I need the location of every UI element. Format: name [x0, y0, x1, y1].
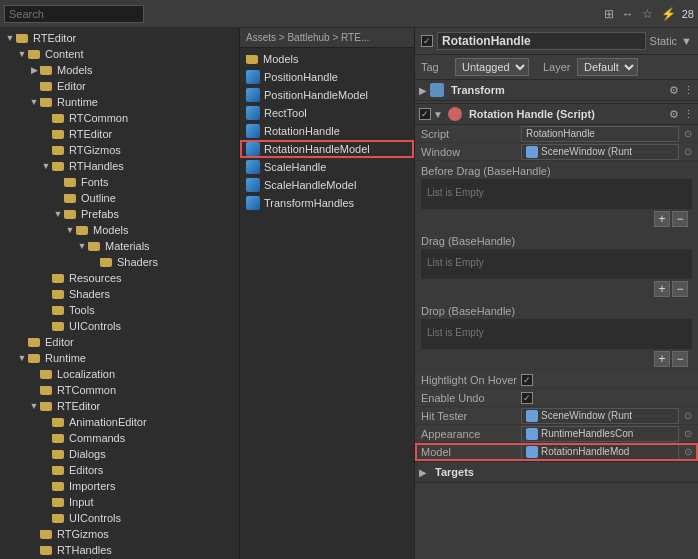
- tree-label: Editor: [45, 336, 74, 348]
- tree-item-tools[interactable]: Tools: [0, 302, 239, 318]
- expand-arrow[interactable]: [16, 48, 28, 60]
- tree-item-uicontrols2[interactable]: UIControls: [0, 510, 239, 526]
- file-item-scale-handle-model[interactable]: ScaleHandleModel: [240, 176, 414, 194]
- expand-arrow[interactable]: [40, 160, 52, 172]
- expand-arrow[interactable]: [28, 96, 40, 108]
- tree-item-localization[interactable]: Localization: [0, 366, 239, 382]
- highlight-hover-checkbox[interactable]: [521, 374, 533, 386]
- tree-item-content[interactable]: Content: [0, 46, 239, 62]
- model-ref[interactable]: RotationHandleMod: [521, 444, 679, 460]
- expand-arrow[interactable]: [52, 208, 64, 220]
- hit-tester-ref-btn[interactable]: ⊙: [684, 410, 692, 421]
- tree-item-editor[interactable]: Editor: [0, 78, 239, 94]
- enable-undo-checkbox[interactable]: [521, 392, 533, 404]
- expand-arrow[interactable]: [28, 64, 40, 76]
- tree-item-shaders2[interactable]: Shaders: [0, 286, 239, 302]
- file-item-transform-handles[interactable]: TransformHandles: [240, 194, 414, 212]
- tree-item-rtcommon2[interactable]: RTCommon: [0, 382, 239, 398]
- targets-expand-arrow[interactable]: ▶: [419, 467, 427, 478]
- tree-item-models[interactable]: Models: [0, 62, 239, 78]
- hit-tester-ref[interactable]: SceneWindow (Runt: [521, 408, 679, 424]
- folder-icon: [64, 191, 78, 205]
- expand-arrow[interactable]: [64, 224, 76, 236]
- tree-item-shaders1[interactable]: Shaders: [0, 254, 239, 270]
- component-options-icon[interactable]: ⚙: [669, 108, 679, 121]
- expand-arrow[interactable]: [4, 32, 16, 44]
- gameobject-name[interactable]: RotationHandle: [437, 32, 646, 50]
- tree-item-importers[interactable]: Importers: [0, 478, 239, 494]
- tree-item-rteditor2[interactable]: RTEditor: [0, 126, 239, 142]
- tree-item-runtime[interactable]: Runtime: [0, 94, 239, 110]
- tree-item-editors[interactable]: Editors: [0, 462, 239, 478]
- tree-item-rthandles[interactable]: RTHandles: [0, 158, 239, 174]
- tree-item-rthandles2[interactable]: RTHandles: [0, 542, 239, 558]
- gameobject-active-checkbox[interactable]: [421, 35, 433, 47]
- hierarchy-icon[interactable]: ⊞: [602, 5, 616, 23]
- tree-item-rtgizmos2[interactable]: RTGizmos: [0, 526, 239, 542]
- transform-menu-icon[interactable]: ⋮: [683, 84, 694, 97]
- tree-item-commands[interactable]: Commands: [0, 430, 239, 446]
- tree-item-runtime2[interactable]: Runtime: [0, 350, 239, 366]
- tree-view[interactable]: RTEditor Content Models Editor Runtime: [0, 28, 239, 559]
- move-icon[interactable]: ↔: [620, 5, 636, 23]
- file-item-rotation-handle[interactable]: RotationHandle: [240, 122, 414, 140]
- tree-item-rteditor3[interactable]: RTEditor: [0, 398, 239, 414]
- expand-arrow[interactable]: [28, 400, 40, 412]
- tree-item-pmodels[interactable]: Models: [0, 222, 239, 238]
- file-item-position-handle[interactable]: PositionHandle: [240, 68, 414, 86]
- tree-label: Dialogs: [69, 448, 106, 460]
- tag-dropdown[interactable]: Untagged: [455, 58, 529, 76]
- script-ref-btn[interactable]: ⊙: [684, 128, 692, 139]
- appearance-label: Appearance: [421, 428, 521, 440]
- inspector-scroll[interactable]: ▶ Transform ⚙ ⋮ ▼ Rotation Handle (Scrip…: [415, 79, 698, 559]
- expand-arrow[interactable]: [76, 240, 88, 252]
- tree-item-input[interactable]: Input: [0, 494, 239, 510]
- tree-item-resources[interactable]: Resources: [0, 270, 239, 286]
- file-item-scale-handle[interactable]: ScaleHandle: [240, 158, 414, 176]
- tree-item-outline[interactable]: Outline: [0, 190, 239, 206]
- model-ref-btn[interactable]: ⊙: [684, 446, 692, 457]
- script-prop-row: Script RotationHandle ⊙: [415, 125, 698, 143]
- file-label: PositionHandleModel: [264, 89, 368, 101]
- file-list[interactable]: Models PositionHandle PositionHandleMode…: [240, 48, 414, 559]
- tree-item-uicontrols1[interactable]: UIControls: [0, 318, 239, 334]
- transform-options-icon[interactable]: ⚙: [669, 84, 679, 97]
- transform-expand-arrow[interactable]: ▶: [419, 85, 427, 96]
- search-input[interactable]: [4, 5, 144, 23]
- tree-item-prefabs[interactable]: Prefabs: [0, 206, 239, 222]
- file-item-rect-tool[interactable]: RectTool: [240, 104, 414, 122]
- tree-item-rtgizmos[interactable]: RTGizmos: [0, 142, 239, 158]
- folder-icon: [52, 143, 66, 157]
- appearance-ref-btn[interactable]: ⊙: [684, 428, 692, 439]
- layer-dropdown[interactable]: Default: [577, 58, 638, 76]
- drop-add-btn[interactable]: +: [654, 351, 670, 367]
- tree-label: Content: [45, 48, 84, 60]
- drop-remove-btn[interactable]: −: [672, 351, 688, 367]
- appearance-ref[interactable]: RuntimeHandlesCon: [521, 426, 679, 442]
- file-label: RotationHandleModel: [264, 143, 370, 155]
- tree-item-editor2[interactable]: Editor: [0, 334, 239, 350]
- file-item-rotation-handle-model[interactable]: RotationHandleModel: [240, 140, 414, 158]
- tree-item-rteditor[interactable]: RTEditor: [0, 30, 239, 46]
- drag-remove-btn[interactable]: −: [672, 281, 688, 297]
- static-dropdown-arrow[interactable]: ▼: [681, 35, 692, 47]
- before-drag-remove-btn[interactable]: −: [672, 211, 688, 227]
- component-expand-arrow[interactable]: ▼: [433, 109, 443, 120]
- star-icon[interactable]: ☆: [640, 5, 655, 23]
- before-drag-add-btn[interactable]: +: [654, 211, 670, 227]
- tree-item-dialogs[interactable]: Dialogs: [0, 446, 239, 462]
- window-ref[interactable]: SceneWindow (Runt: [521, 144, 679, 160]
- window-ref-btn[interactable]: ⊙: [684, 146, 692, 157]
- tree-item-animeditor[interactable]: AnimationEditor: [0, 414, 239, 430]
- drag-add-btn[interactable]: +: [654, 281, 670, 297]
- tree-item-rtcommon[interactable]: RTCommon: [0, 110, 239, 126]
- expand-arrow[interactable]: [16, 352, 28, 364]
- file-item-models-folder[interactable]: Models: [240, 50, 414, 68]
- folder-icon: [64, 175, 78, 189]
- script-ref[interactable]: RotationHandle: [521, 126, 679, 142]
- component-enabled-checkbox[interactable]: [419, 108, 431, 120]
- component-menu-icon[interactable]: ⋮: [683, 108, 694, 121]
- tree-item-fonts[interactable]: Fonts: [0, 174, 239, 190]
- file-item-position-handle-model[interactable]: PositionHandleModel: [240, 86, 414, 104]
- tree-item-materials[interactable]: Materials: [0, 238, 239, 254]
